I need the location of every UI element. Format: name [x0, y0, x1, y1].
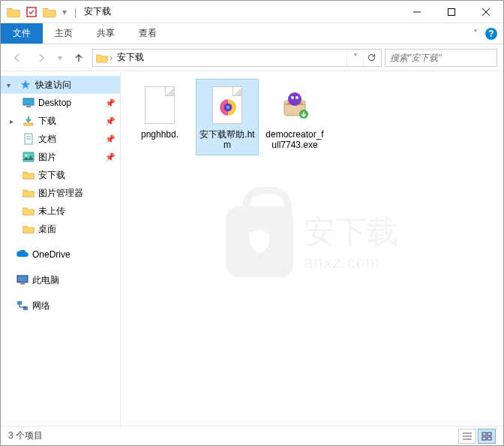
tree-item-desktop[interactable]: Desktop📌 [1, 94, 120, 112]
pictures-icon [22, 150, 35, 164]
navigation-pane: ▾ 快速访问 Desktop📌 ▸下载📌 文档📌 图片📌 安下载 图片管理器 未… [1, 71, 121, 426]
expand-icon[interactable]: ▸ [10, 117, 19, 125]
tree-item-notuploaded[interactable]: 未上传 [1, 202, 120, 220]
qat-dropdown-icon[interactable]: ▾ [59, 4, 70, 20]
svg-point-14 [26, 155, 28, 157]
svg-point-21 [226, 106, 230, 109]
qat-newfolder-icon[interactable] [41, 4, 58, 20]
documents-icon [22, 132, 35, 146]
address-folder-icon [94, 50, 110, 65]
view-toggles [458, 429, 496, 444]
search-input[interactable] [386, 53, 504, 63]
watermark-en: anxz.com [304, 253, 398, 273]
svg-point-25 [296, 96, 298, 99]
main-area: ▾ 快速访问 Desktop📌 ▸下载📌 文档📌 图片📌 安下载 图片管理器 未… [1, 71, 503, 426]
pin-icon: 📌 [105, 98, 116, 108]
lock-icon [226, 206, 293, 277]
tree-item-pictures[interactable]: 图片📌 [1, 148, 120, 166]
address-bar[interactable]: › 安下载 ˅ [92, 49, 382, 67]
search-box[interactable] [385, 49, 497, 67]
nav-recent-dropdown[interactable]: ▾ [55, 47, 65, 68]
star-icon [19, 78, 32, 92]
tab-view[interactable]: 查看 [127, 23, 169, 44]
file-label: 安下载帮助.htm [198, 129, 256, 150]
address-refresh-icon[interactable] [363, 50, 380, 66]
downloads-icon [22, 114, 35, 128]
onedrive-icon [16, 248, 29, 261]
file-htm-icon [209, 84, 245, 126]
qat-properties-icon[interactable] [23, 4, 40, 20]
file-label: democreator_full7743.exe [266, 129, 324, 150]
ribbon-collapse-icon[interactable]: ˅ [473, 29, 478, 39]
desktop-icon [22, 96, 35, 110]
network-icon [16, 299, 29, 312]
file-item[interactable]: 安下载帮助.htm [196, 79, 259, 155]
svg-point-23 [288, 92, 302, 106]
svg-rect-9 [24, 123, 33, 125]
tree-quick-access[interactable]: ▾ 快速访问 [1, 76, 120, 94]
pc-icon [16, 273, 29, 287]
folder-icon [22, 168, 35, 182]
svg-rect-2 [448, 8, 455, 15]
view-icons-button[interactable] [478, 429, 496, 444]
watermark: 安下载 anxz.com [226, 206, 398, 277]
tree-item-documents[interactable]: 文档📌 [1, 130, 120, 148]
pin-icon: 📌 [105, 134, 116, 144]
file-item[interactable]: pnghhbd. [128, 79, 191, 145]
address-dropdown-icon[interactable]: ˅ [346, 50, 363, 66]
expand-icon[interactable]: ▾ [7, 81, 16, 89]
navigation-row: ▾ › 安下载 ˅ [1, 44, 503, 71]
ribbon-tabs: 文件 主页 共享 查看 ˅ ? [1, 23, 503, 44]
tree-network[interactable]: 网络 [1, 297, 120, 315]
nav-back-button[interactable] [7, 47, 28, 68]
tree-label: 快速访问 [35, 79, 120, 92]
status-bar: 3 个项目 [1, 426, 503, 445]
minimize-button[interactable] [400, 1, 434, 23]
quick-access-toolbar: ▾ [1, 4, 70, 20]
tree-item-picmgr[interactable]: 图片管理器 [1, 184, 120, 202]
folder-icon [22, 222, 35, 236]
svg-rect-31 [488, 432, 491, 435]
window-title: 安下载 [84, 5, 111, 18]
svg-point-24 [291, 96, 294, 99]
close-button[interactable] [469, 1, 503, 23]
tree-item-anxz[interactable]: 安下载 [1, 166, 120, 184]
svg-rect-32 [482, 437, 486, 440]
pin-icon: 📌 [105, 116, 116, 126]
help-icon[interactable]: ? [485, 28, 497, 40]
svg-rect-13 [23, 152, 34, 161]
tab-share[interactable]: 共享 [85, 23, 127, 44]
tab-file[interactable]: 文件 [1, 23, 43, 44]
svg-rect-30 [482, 432, 486, 435]
file-item[interactable]: democreator_full7743.exe [263, 79, 326, 155]
app-folder-icon [5, 4, 22, 20]
watermark-cn: 安下载 [304, 211, 398, 253]
maximize-button[interactable] [434, 1, 469, 23]
window-controls [400, 1, 503, 23]
tree-item-desktop2[interactable]: 桌面 [1, 220, 120, 238]
title-bar: ▾ | 安下载 [1, 1, 503, 23]
svg-rect-7 [23, 98, 34, 105]
file-list[interactable]: pnghhbd. 安下载帮助.htm democreator_full774 [121, 71, 503, 426]
breadcrumb-current[interactable]: 安下载 [112, 51, 148, 64]
tree-this-pc[interactable]: 此电脑 [1, 271, 120, 289]
pin-icon: 📌 [105, 152, 116, 162]
title-separator: | [74, 7, 76, 17]
svg-rect-15 [17, 276, 28, 282]
folder-icon [22, 186, 35, 200]
nav-forward-button[interactable] [31, 47, 52, 68]
file-label: pnghhbd. [141, 129, 178, 140]
svg-rect-17 [17, 301, 22, 305]
tree-item-downloads[interactable]: ▸下载📌 [1, 112, 120, 130]
svg-rect-16 [20, 283, 25, 285]
status-item-count: 3 个项目 [8, 429, 43, 442]
file-generic-icon [142, 84, 178, 126]
view-details-button[interactable] [458, 429, 476, 444]
svg-rect-8 [26, 106, 31, 107]
tab-home[interactable]: 主页 [43, 23, 85, 44]
folder-icon [22, 204, 35, 218]
svg-rect-33 [488, 437, 491, 440]
file-exe-icon [277, 84, 313, 126]
nav-up-button[interactable] [68, 47, 89, 68]
tree-onedrive[interactable]: OneDrive [1, 246, 120, 264]
